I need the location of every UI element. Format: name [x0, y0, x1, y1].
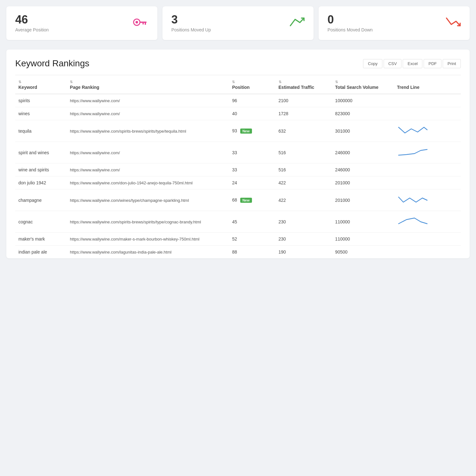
- pdf-button[interactable]: PDF: [424, 59, 441, 68]
- avg-position-card: 46 Average Position: [6, 6, 157, 40]
- keyword-table: ⇅ Keyword ⇅ Page Ranking ⇅ Position ⇅ Es…: [15, 75, 461, 258]
- cell-traffic: 190: [275, 246, 332, 259]
- avg-position-content: 46 Average Position: [15, 14, 49, 32]
- cell-page: https://www.wallywine.com/: [67, 142, 229, 163]
- cell-trend: [394, 142, 461, 163]
- svg-rect-2: [140, 22, 147, 23]
- cell-volume: 201000: [332, 176, 394, 189]
- sort-icon-position: ⇅: [232, 80, 235, 84]
- cell-position: 45: [229, 211, 275, 233]
- moved-up-label: Positions Moved Up: [171, 27, 211, 32]
- copy-button[interactable]: Copy: [363, 59, 382, 68]
- cell-trend: [394, 211, 461, 233]
- cell-traffic: 422: [275, 189, 332, 211]
- col-header-traffic[interactable]: ⇅ Estimated Traffic: [275, 75, 332, 94]
- section-title: Keyword Rankings: [15, 58, 89, 69]
- cell-volume: 201000: [332, 189, 394, 211]
- table-row: maker's markhttps://www.wallywine.com/ma…: [15, 233, 461, 246]
- table-header-row: ⇅ Keyword ⇅ Page Ranking ⇅ Position ⇅ Es…: [15, 75, 461, 94]
- table-row: spirit and wineshttps://www.wallywine.co…: [15, 142, 461, 163]
- table-row: tequilahttps://www.wallywine.com/spirits…: [15, 120, 461, 142]
- cell-traffic: 2100: [275, 94, 332, 107]
- cell-position: 33: [229, 142, 275, 163]
- sort-icon-traffic: ⇅: [279, 80, 281, 84]
- table-body: spiritshttps://www.wallywine.com/9621001…: [15, 94, 461, 258]
- key-icon: [133, 17, 149, 30]
- cell-trend: [394, 233, 461, 246]
- table-row: indian pale alehttps://www.wallywine.com…: [15, 246, 461, 259]
- cell-keyword: spirits: [15, 94, 67, 107]
- moved-down-card: 0 Positions Moved Down: [319, 6, 470, 40]
- cell-volume: 301000: [332, 120, 394, 142]
- cell-traffic: 230: [275, 211, 332, 233]
- cell-keyword: cognac: [15, 211, 67, 233]
- cell-keyword: don julio 1942: [15, 176, 67, 189]
- table-row: cognachttps://www.wallywine.com/spirits-…: [15, 211, 461, 233]
- cell-page: https://www.wallywine.com/maker-s-mark-b…: [67, 233, 229, 246]
- col-header-position[interactable]: ⇅ Position: [229, 75, 275, 94]
- csv-button[interactable]: CSV: [384, 59, 402, 68]
- col-header-volume[interactable]: ⇅ Total Search Volume: [332, 75, 394, 94]
- print-button[interactable]: Print: [443, 59, 461, 68]
- new-badge: New: [240, 129, 252, 134]
- sort-icon-keyword: ⇅: [18, 80, 21, 84]
- cell-volume: 246000: [332, 142, 394, 163]
- cell-trend: [394, 94, 461, 107]
- moved-up-card: 3 Positions Moved Up: [162, 6, 314, 40]
- arrow-down-icon: [445, 16, 461, 31]
- col-header-page[interactable]: ⇅ Page Ranking: [67, 75, 229, 94]
- new-badge: New: [240, 198, 252, 203]
- cell-page: https://www.wallywine.com/: [67, 107, 229, 120]
- cell-page: https://www.wallywine.com/: [67, 163, 229, 176]
- moved-down-number: 0: [327, 14, 373, 25]
- moved-up-number: 3: [171, 14, 211, 25]
- sort-icon-volume: ⇅: [335, 80, 338, 84]
- table-row: don julio 1942https://www.wallywine.com/…: [15, 176, 461, 189]
- cell-keyword: champagne: [15, 189, 67, 211]
- cell-position: 96: [229, 94, 275, 107]
- cell-volume: 110000: [332, 211, 394, 233]
- cell-page: https://www.wallywine.com/: [67, 94, 229, 107]
- svg-point-1: [136, 21, 138, 23]
- cell-volume: 90500: [332, 246, 394, 259]
- cell-volume: 823000: [332, 107, 394, 120]
- cell-traffic: 516: [275, 163, 332, 176]
- cell-page: https://www.wallywine.com/lagunitas-indi…: [67, 246, 229, 259]
- moved-up-content: 3 Positions Moved Up: [171, 14, 211, 32]
- sort-icon-page: ⇅: [70, 80, 73, 84]
- cell-keyword: wines: [15, 107, 67, 120]
- cell-traffic: 516: [275, 142, 332, 163]
- cell-position: 33: [229, 163, 275, 176]
- cell-position: 68 New: [229, 189, 275, 211]
- excel-button[interactable]: Excel: [403, 59, 422, 68]
- moved-down-content: 0 Positions Moved Down: [327, 14, 373, 32]
- cell-trend: [394, 120, 461, 142]
- cell-position: 24: [229, 176, 275, 189]
- avg-position-label: Average Position: [15, 27, 49, 32]
- cell-keyword: maker's mark: [15, 233, 67, 246]
- table-row: wine and spiritshttps://www.wallywine.co…: [15, 163, 461, 176]
- cell-trend: [394, 176, 461, 189]
- table-row: wineshttps://www.wallywine.com/401728823…: [15, 107, 461, 120]
- table-row: spiritshttps://www.wallywine.com/9621001…: [15, 94, 461, 107]
- cell-traffic: 1728: [275, 107, 332, 120]
- cell-keyword: wine and spirits: [15, 163, 67, 176]
- cell-traffic: 422: [275, 176, 332, 189]
- table-row: champagnehttps://www.wallywine.com/wines…: [15, 189, 461, 211]
- cell-trend: [394, 107, 461, 120]
- cell-position: 40: [229, 107, 275, 120]
- cell-traffic: 230: [275, 233, 332, 246]
- action-buttons: Copy CSV Excel PDF Print: [363, 59, 461, 68]
- cell-volume: 246000: [332, 163, 394, 176]
- cell-trend: [394, 163, 461, 176]
- cell-volume: 1000000: [332, 94, 394, 107]
- cell-traffic: 632: [275, 120, 332, 142]
- cell-position: 93 New: [229, 120, 275, 142]
- main-section: Keyword Rankings Copy CSV Excel PDF Prin…: [6, 50, 470, 258]
- summary-cards: 46 Average Position 3 Positions Moved Up: [6, 6, 470, 40]
- col-header-keyword[interactable]: ⇅ Keyword: [15, 75, 67, 94]
- cell-page: https://www.wallywine.com/spirits-brews/…: [67, 120, 229, 142]
- svg-rect-4: [142, 23, 144, 24]
- cell-page: https://www.wallywine.com/spirits-brews/…: [67, 211, 229, 233]
- cell-position: 88: [229, 246, 275, 259]
